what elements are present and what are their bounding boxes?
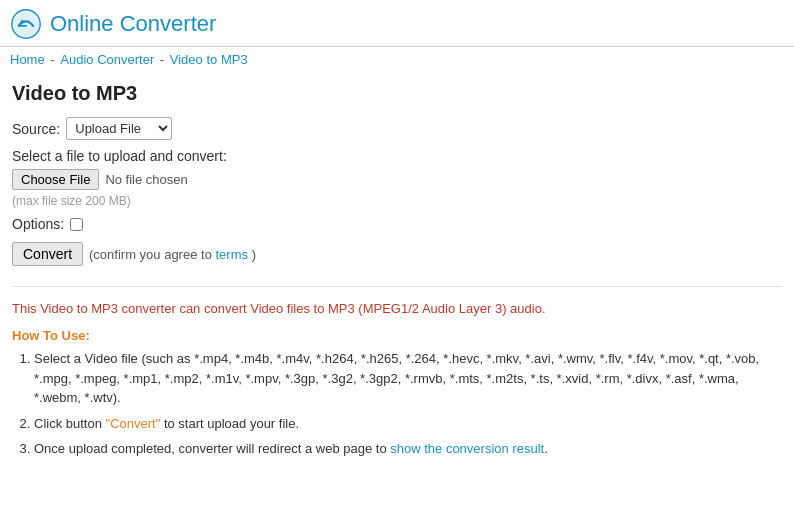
- header: Online Converter: [0, 0, 794, 47]
- breadcrumb: Home - Audio Converter - Video to MP3: [0, 47, 794, 72]
- convert-row: Convert (confirm you agree to terms ): [12, 242, 782, 266]
- convert-button[interactable]: Convert: [12, 242, 83, 266]
- breadcrumb-sep-1: -: [50, 52, 58, 67]
- steps-list: Select a Video file (such as *.mp4, *.m4…: [34, 349, 782, 459]
- step-3: Once upload completed, converter will re…: [34, 439, 782, 459]
- confirm-suffix: ): [252, 247, 256, 262]
- no-file-label: No file chosen: [105, 172, 187, 187]
- confirm-text: (confirm you agree to terms ): [89, 247, 256, 262]
- options-row: Options:: [12, 216, 782, 232]
- breadcrumb-audio-converter[interactable]: Audio Converter: [60, 52, 154, 67]
- source-row: Source: Upload File URL Dropbox Google D…: [12, 117, 782, 140]
- confirm-prefix: (confirm you agree to: [89, 247, 212, 262]
- breadcrumb-home[interactable]: Home: [10, 52, 45, 67]
- breadcrumb-sep-2: -: [160, 52, 168, 67]
- step-2-convert-ref: "Convert": [106, 416, 161, 431]
- options-label: Options:: [12, 216, 64, 232]
- page-title: Video to MP3: [12, 82, 782, 105]
- choose-file-button[interactable]: Choose File: [12, 169, 99, 190]
- how-to-heading: How To Use:: [12, 328, 782, 343]
- source-select[interactable]: Upload File URL Dropbox Google Drive: [66, 117, 172, 140]
- divider: [12, 286, 782, 287]
- breadcrumb-video-to-mp3[interactable]: Video to MP3: [170, 52, 248, 67]
- svg-point-0: [12, 10, 40, 38]
- online-converter-icon: [10, 8, 42, 40]
- step-1-text: Select a Video file (such as *.mp4, *.m4…: [34, 351, 759, 405]
- step-2: Click button "Convert" to start upload y…: [34, 414, 782, 434]
- step-3-result-link[interactable]: show the conversion result: [390, 441, 544, 456]
- upload-prompt: Select a file to upload and convert:: [12, 148, 782, 164]
- main-content: Video to MP3 Source: Upload File URL Dro…: [0, 72, 794, 475]
- description-text: This Video to MP3 converter can convert …: [12, 301, 782, 316]
- max-size-text: (max file size 200 MB): [12, 194, 782, 208]
- step-1: Select a Video file (such as *.mp4, *.m4…: [34, 349, 782, 408]
- options-checkbox[interactable]: [70, 218, 83, 231]
- source-label: Source:: [12, 121, 60, 137]
- site-title: Online Converter: [50, 11, 216, 37]
- terms-link[interactable]: terms: [216, 247, 249, 262]
- file-input-row: Choose File No file chosen: [12, 169, 782, 190]
